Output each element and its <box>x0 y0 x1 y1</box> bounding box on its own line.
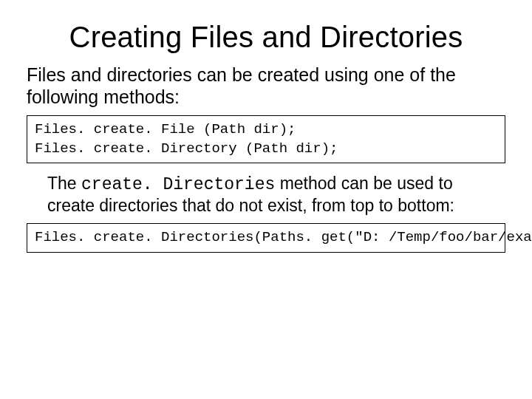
code-line-1: Files. create. File (Path dir); <box>35 121 296 137</box>
code-line-2: Files. create. Directory (Path dir); <box>35 140 338 157</box>
desc-mono: create. Directories <box>81 175 275 194</box>
code-box-2: Files. create. Directories(Paths. get("D… <box>27 223 505 253</box>
slide-title: Creating Files and Directories <box>21 21 511 54</box>
code-line-3: Files. create. Directories(Paths. get("D… <box>35 229 532 245</box>
description-text: The create. Directories method can be us… <box>47 174 497 216</box>
desc-pre: The <box>47 174 81 193</box>
slide: Creating Files and Directories Files and… <box>0 0 532 399</box>
code-box-1: Files. create. File (Path dir); Files. c… <box>27 115 505 163</box>
intro-text: Files and directories can be created usi… <box>27 64 505 108</box>
